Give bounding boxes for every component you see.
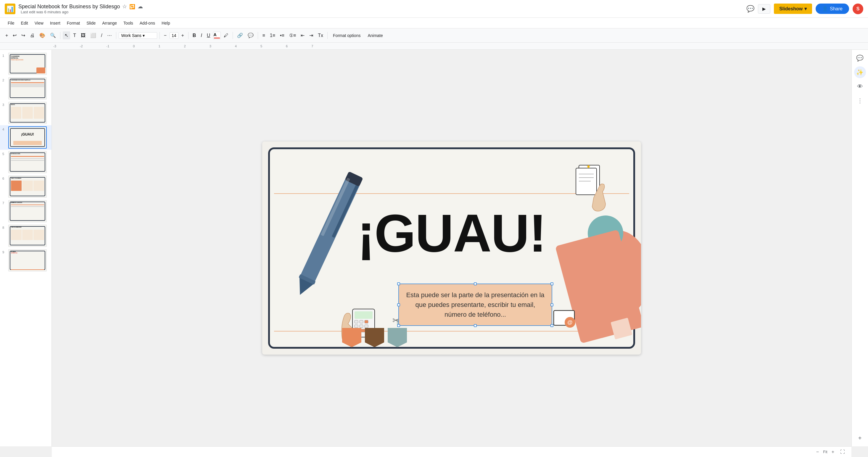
menu-arrange[interactable]: Arrange <box>99 20 120 27</box>
right-panel-chat[interactable]: 💬 <box>854 52 866 64</box>
fullscreen-button[interactable]: ⛶ <box>838 449 847 455</box>
zoom-button[interactable]: 🔍 <box>48 31 58 39</box>
slide-number-5: 5 <box>2 151 6 156</box>
slide-item-9[interactable]: 9 PALABRASASOMBROSAS <box>0 248 52 273</box>
cursor-tool[interactable]: ↖ <box>63 31 70 39</box>
text-color-button[interactable]: A <box>213 32 221 39</box>
slide-thumb-3[interactable]: ÍNDICE <box>8 102 47 124</box>
handle-ml[interactable] <box>397 303 400 306</box>
handle-bc[interactable] <box>474 324 477 327</box>
star-icon[interactable]: ☆ <box>122 3 127 10</box>
more-tools[interactable]: ⋯ <box>105 31 114 39</box>
align-button[interactable]: ≡ <box>260 32 267 39</box>
slide-item-2[interactable]: 2 CONTENIDO DE ESTA PLANTILLA <box>0 76 52 101</box>
slide-thumb-5[interactable]: INTRODUCCIÓN <box>8 151 47 173</box>
slide-thumb-1[interactable]: CUADERNOESPECIALPARA NEGOCIOS <box>8 53 47 75</box>
email-icon: @ <box>552 306 576 331</box>
slide-item-6[interactable]: 6 TRES COLUMNAS <box>0 174 52 199</box>
menu-addons[interactable]: Add-ons <box>137 20 158 27</box>
list-num2-button[interactable]: ①≡ <box>287 31 298 39</box>
handle-tc[interactable] <box>474 282 477 285</box>
list-ordered-button[interactable]: 1≡ <box>268 32 277 39</box>
font-selector[interactable]: Work Sans ▾ <box>119 32 157 39</box>
cloud-icon[interactable]: ☁ <box>137 3 143 10</box>
font-size-input[interactable]: 14 <box>169 32 179 39</box>
font-name-label: Work Sans <box>121 33 142 38</box>
divider-6 <box>258 32 258 39</box>
redo-button[interactable]: ↪ <box>20 31 27 39</box>
menu-file[interactable]: File <box>5 20 18 27</box>
save-cloud-icon[interactable]: 🔁 <box>129 4 135 9</box>
selected-text-box[interactable]: Esta puede ser la parte de la presentaci… <box>398 283 552 326</box>
line-tool[interactable]: / <box>99 32 104 39</box>
slide-number-9: 9 <box>2 249 6 254</box>
handle-bl[interactable] <box>397 324 400 327</box>
print-button[interactable]: 🖨 <box>28 32 36 39</box>
slide-thumb-2[interactable]: CONTENIDO DE ESTA PLANTILLA <box>8 77 47 99</box>
menu-help[interactable]: Help <box>159 20 173 27</box>
slide-thumb-8[interactable]: ¡TRES COLUMNAS MÁS! <box>8 225 47 247</box>
handle-tl[interactable] <box>397 282 400 285</box>
list-unordered-button[interactable]: •≡ <box>278 32 286 39</box>
undo-button[interactable]: ↩ <box>11 31 18 39</box>
zoom-in-button[interactable]: + <box>830 449 836 455</box>
slide-thumb-4[interactable]: ¡GUAU! <box>8 126 47 149</box>
user-avatar[interactable]: S <box>852 4 863 14</box>
slide-item-7[interactable]: 7 NOMBRE DE LA SECCIÓN <box>0 199 52 223</box>
link-button[interactable]: 🔗 <box>235 31 245 39</box>
animate-button[interactable]: Animate <box>365 32 385 39</box>
font-size-value: 14 <box>172 33 176 38</box>
paint-button[interactable]: 🎨 <box>38 31 47 39</box>
slide-item-4[interactable]: 4 ¡GUAU! <box>0 125 52 150</box>
divider-7 <box>327 32 328 39</box>
orange-line-bottom <box>274 331 629 332</box>
menu-tools[interactable]: Tools <box>120 20 136 27</box>
slide-thumb-6[interactable]: TRES COLUMNAS <box>8 176 47 198</box>
sub-text-content: Esta puede ser la parte de la presentaci… <box>406 291 544 318</box>
slide-item-1[interactable]: 1 CUADERNOESPECIALPARA NEGOCIOS <box>0 52 52 76</box>
right-panel-ai[interactable]: ✨ <box>854 66 866 78</box>
zoom-out-button[interactable]: − <box>814 449 820 455</box>
menu-slide[interactable]: Slide <box>84 20 98 27</box>
font-size-decrease[interactable]: − <box>162 32 168 39</box>
right-panel-suggestions[interactable]: 👁 <box>854 81 866 92</box>
bottom-bar: − Fit + ⛶ <box>52 446 851 457</box>
menu-view[interactable]: View <box>32 20 46 27</box>
comment-button[interactable]: 💬 <box>746 5 754 13</box>
italic-button[interactable]: I <box>199 32 204 39</box>
indent-less-button[interactable]: ⇤ <box>299 31 306 39</box>
right-panel-plus[interactable]: + <box>854 432 866 444</box>
slide-number-1: 1 <box>2 53 6 57</box>
menu-format[interactable]: Format <box>64 20 83 27</box>
slide-thumb-7[interactable]: NOMBRE DE LA SECCIÓN <box>8 200 47 222</box>
underline-button[interactable]: U <box>205 32 212 39</box>
font-size-increase[interactable]: + <box>180 32 186 39</box>
hand-document-illustration <box>570 162 617 217</box>
divider-5 <box>232 32 233 39</box>
app-icon[interactable]: 📊 <box>5 4 16 14</box>
right-panel-more[interactable]: ⋮ <box>854 95 866 106</box>
slide-thumb-9[interactable]: PALABRASASOMBROSAS <box>8 249 47 271</box>
bold-button[interactable]: B <box>191 32 198 39</box>
add-button[interactable]: + <box>4 32 10 39</box>
clear-format-button[interactable]: Tx <box>316 32 325 39</box>
divider-2 <box>116 32 116 39</box>
handle-tr[interactable] <box>551 282 553 285</box>
share-button[interactable]: 👤 Share <box>816 4 849 14</box>
indent-more-button[interactable]: ⇥ <box>308 31 315 39</box>
menu-edit[interactable]: Edit <box>18 20 31 27</box>
handle-mr[interactable] <box>551 303 553 306</box>
slide-number-2: 2 <box>2 77 6 82</box>
shape-tool[interactable]: ⬜ <box>89 31 98 39</box>
format-options-button[interactable]: Format options <box>330 32 364 39</box>
slide-item-3[interactable]: 3 ÍNDICE <box>0 101 52 125</box>
menu-insert[interactable]: Insert <box>47 20 63 27</box>
slideshow-button[interactable]: Slideshow ▾ <box>774 4 812 14</box>
slide-item-5[interactable]: 5 INTRODUCCIÓN <box>0 150 52 174</box>
comment-inline-button[interactable]: 💬 <box>246 31 255 39</box>
image-tool[interactable]: 🖼 <box>79 32 87 39</box>
text-tool[interactable]: T <box>71 32 78 39</box>
highlight-button[interactable]: 🖊 <box>222 32 230 39</box>
slide-item-8[interactable]: 8 ¡TRES COLUMNAS MÁS! <box>0 223 52 248</box>
present-button[interactable]: ▶ <box>758 4 770 13</box>
